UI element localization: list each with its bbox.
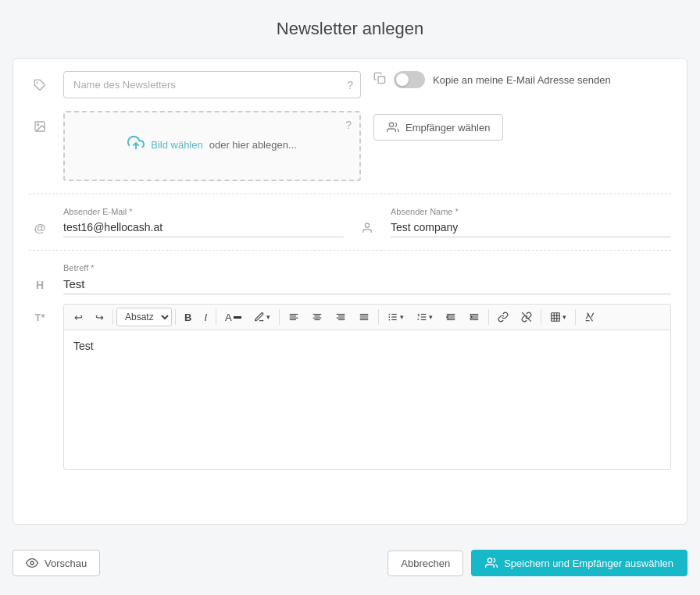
toolbar-divider-8 — [575, 309, 576, 325]
upload-link[interactable]: Bild wählen — [151, 139, 203, 151]
sender-name-input[interactable] — [391, 218, 671, 237]
toggle-label: Kopie an meine E-Mail Adresse senden — [433, 74, 611, 86]
at-icon: @ — [29, 221, 51, 237]
toolbar-divider-1 — [112, 309, 113, 325]
link-button[interactable] — [492, 309, 514, 325]
list-ol-button[interactable]: ▾ — [411, 309, 438, 325]
svg-rect-42 — [551, 313, 559, 322]
indent-increase-button[interactable] — [463, 309, 485, 325]
toolbar-divider-7 — [541, 309, 541, 325]
cancel-button[interactable]: Abbrechen — [388, 550, 463, 576]
toolbar-divider-2 — [175, 309, 176, 325]
image-icon — [29, 111, 51, 133]
subject-input[interactable] — [63, 274, 671, 294]
italic-button[interactable]: I — [198, 309, 212, 326]
name-help-icon[interactable]: ? — [347, 79, 353, 91]
form-card: ? Kopie an meine E-Mail Adresse senden — [12, 58, 688, 525]
preview-button[interactable]: Vorschau — [12, 550, 100, 576]
svg-point-3 — [38, 124, 39, 126]
redo-button[interactable]: ↪ — [90, 309, 109, 326]
svg-point-5 — [389, 123, 393, 126]
indent-decrease-button[interactable] — [440, 309, 462, 325]
recipient-button[interactable]: Empfänger wählen — [373, 114, 503, 141]
upload-text: oder hier ablegen... — [209, 139, 297, 151]
align-left-button[interactable] — [283, 309, 305, 325]
heading-icon: H — [29, 279, 51, 294]
text-icon: T* — [29, 304, 51, 323]
svg-point-47 — [30, 561, 34, 565]
subject-field[interactable]: Betreff * — [63, 263, 671, 294]
align-right-button[interactable] — [330, 309, 352, 325]
paragraph-select[interactable]: Absatz — [116, 308, 172, 326]
person-icon — [356, 222, 378, 237]
sender-name-label: Absender Name * — [391, 207, 671, 216]
toolbar-divider-3 — [216, 309, 216, 325]
align-justify-button[interactable] — [353, 309, 375, 325]
image-help-icon[interactable]: ? — [345, 119, 352, 131]
toolbar-divider-4 — [279, 309, 280, 325]
email-copy-toggle[interactable] — [394, 71, 425, 88]
svg-point-6 — [365, 223, 369, 227]
font-color-button[interactable]: A — [220, 309, 247, 326]
svg-point-0 — [37, 82, 38, 84]
copy-icon[interactable] — [373, 72, 386, 87]
editor-toolbar: ↩ ↪ Absatz B I A ▾ — [63, 304, 671, 330]
toolbar-divider-6 — [488, 309, 489, 325]
bottom-bar: Vorschau Abbrechen Speichern und Empfäng… — [12, 537, 688, 576]
bold-button[interactable]: B — [179, 309, 197, 326]
subject-label: Betreff * — [63, 263, 671, 273]
align-center-button[interactable] — [306, 309, 328, 325]
tag-icon — [29, 71, 51, 91]
sender-email-label: Absender E-Mail * — [63, 207, 344, 216]
sender-name-field[interactable]: Absender Name * — [391, 207, 671, 237]
page-title: Newsletter anlegen — [12, 19, 688, 39]
image-upload-area[interactable]: ? Bild wählen oder hier ablegen... — [63, 111, 361, 181]
svg-point-26 — [388, 314, 390, 315]
table-button[interactable]: ▾ — [545, 309, 572, 325]
svg-point-48 — [488, 558, 492, 562]
svg-point-27 — [388, 316, 390, 318]
undo-button[interactable]: ↩ — [69, 309, 88, 326]
unlink-button[interactable] — [516, 309, 538, 325]
svg-rect-1 — [378, 77, 385, 84]
list-ul-button[interactable]: ▾ — [382, 309, 409, 325]
toolbar-divider-5 — [378, 309, 379, 325]
sender-email-field[interactable]: Absender E-Mail * — [63, 207, 344, 237]
divider-1 — [29, 194, 671, 194]
font-highlight-button[interactable]: ▾ — [248, 309, 276, 325]
right-actions: Abbrechen Speichern und Empfänger auswäh… — [388, 550, 688, 576]
cloud-upload-icon — [127, 134, 145, 155]
sender-email-input[interactable] — [63, 218, 344, 237]
svg-point-28 — [388, 319, 390, 321]
divider-2 — [29, 250, 671, 251]
save-button[interactable]: Speichern und Empfänger auswählen — [471, 550, 688, 576]
clear-format-button[interactable] — [579, 309, 601, 325]
newsletter-name-input[interactable] — [63, 71, 361, 98]
editor-body[interactable]: Test — [63, 330, 671, 470]
